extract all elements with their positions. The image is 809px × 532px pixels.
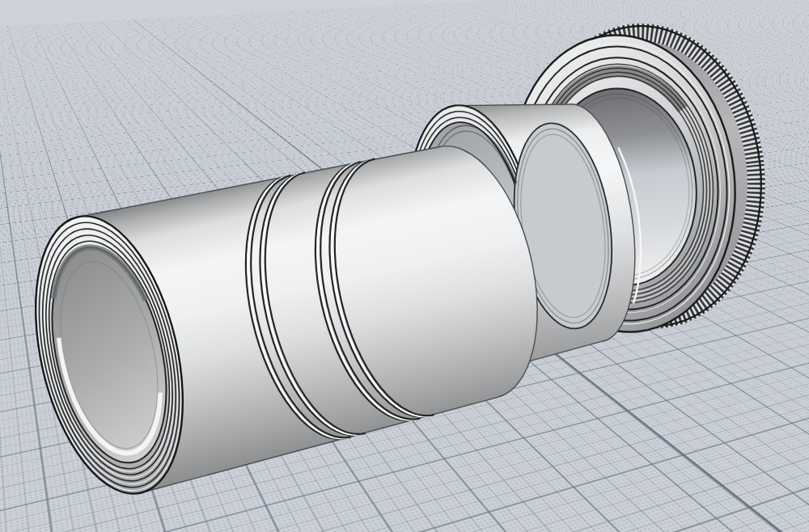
model-parts-layer [0, 0, 809, 532]
cad-viewport[interactable] [0, 0, 809, 532]
part-lens-barrel[interactable] [11, 120, 563, 508]
